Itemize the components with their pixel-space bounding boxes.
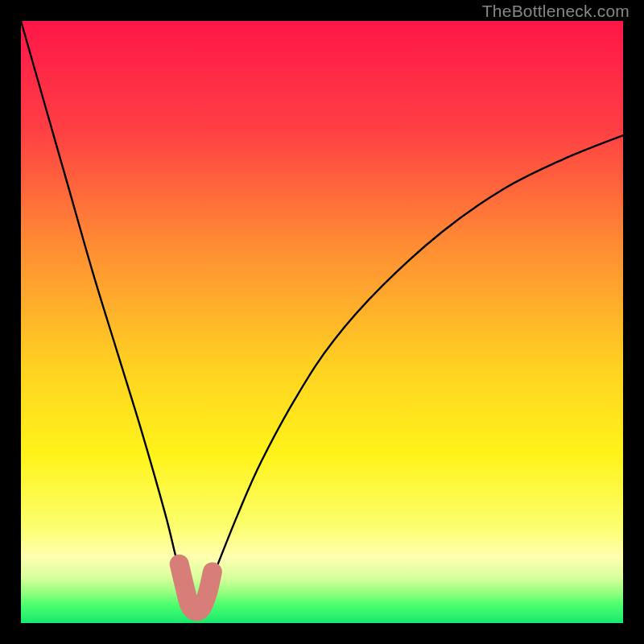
chart-frame-right	[623, 0, 644, 644]
chart-plot-area	[21, 21, 623, 623]
bottleneck-chart-svg	[21, 21, 623, 623]
watermark-text: TheBottleneck.com	[482, 2, 630, 21]
chart-frame-left	[0, 0, 21, 644]
chart-frame-bottom	[0, 623, 644, 644]
gradient-background	[21, 21, 623, 623]
